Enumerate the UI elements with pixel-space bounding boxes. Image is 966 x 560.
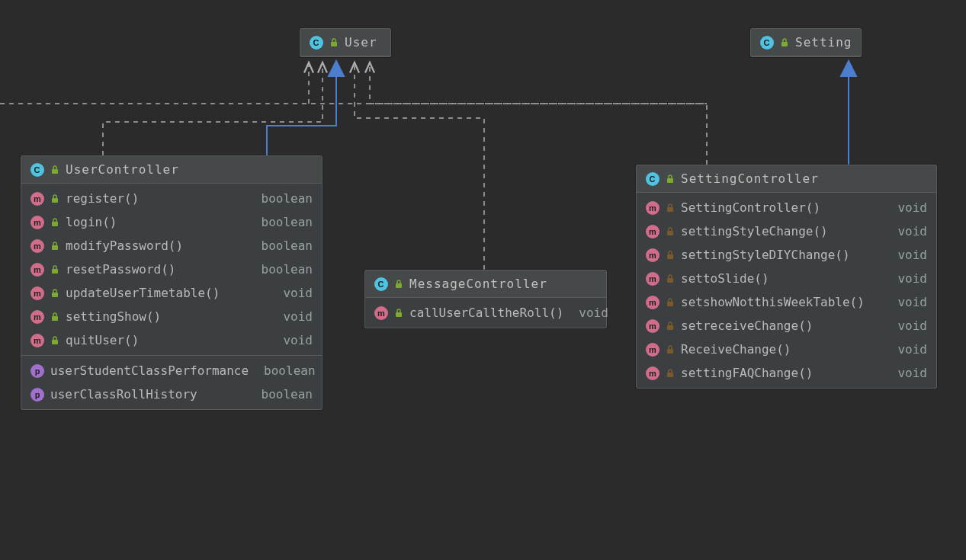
member-name: settingStyleChange() xyxy=(681,224,882,238)
uml-diagram-canvas[interactable]: C User C Setting C UserController m regi… xyxy=(0,0,966,560)
method-badge-icon: m xyxy=(30,239,44,253)
member-type: void xyxy=(897,200,927,215)
member-list-methods: m callUserCalltheRoll() void xyxy=(365,298,606,328)
member-list-properties: p userStudentClassPerformance boolean p … xyxy=(21,355,322,409)
lock-icon xyxy=(666,345,675,354)
class-name: User xyxy=(345,35,377,50)
svg-rect-20 xyxy=(667,349,673,354)
member-name: register() xyxy=(66,191,246,206)
method-badge-icon: m xyxy=(30,192,44,206)
class-node-setting[interactable]: C Setting xyxy=(750,28,862,57)
member-name: setshowNotthisWeekTable() xyxy=(681,295,882,309)
member-row[interactable]: m modifyPassword() boolean xyxy=(21,234,322,258)
class-header: C Setting xyxy=(751,29,861,56)
property-badge-icon: p xyxy=(30,388,44,402)
member-row[interactable]: m SettingController() void xyxy=(637,196,936,219)
member-row[interactable]: m login() boolean xyxy=(21,210,322,234)
lock-icon xyxy=(666,203,675,213)
member-row[interactable]: p userClassRollHistory boolean xyxy=(21,382,322,406)
member-row[interactable]: m settingStyleDIYChange() void xyxy=(637,243,936,267)
member-row[interactable]: m ReceiveChange() void xyxy=(637,338,936,361)
member-type: void xyxy=(897,318,927,333)
lock-icon xyxy=(666,174,675,184)
class-badge-icon: C xyxy=(760,36,774,50)
member-type: void xyxy=(897,366,927,380)
svg-rect-14 xyxy=(667,207,673,212)
svg-rect-12 xyxy=(396,312,402,317)
member-name: modifyPassword() xyxy=(66,238,246,253)
lock-icon xyxy=(666,298,675,307)
lock-icon xyxy=(666,227,675,236)
member-type: void xyxy=(897,342,927,357)
member-name: updateUserTimetable() xyxy=(66,286,268,300)
lock-icon xyxy=(666,369,675,378)
svg-rect-18 xyxy=(667,302,673,306)
member-name: ReceiveChange() xyxy=(681,342,882,357)
class-node-messagecontroller[interactable]: C MessageController m callUserCalltheRol… xyxy=(364,270,607,328)
class-badge-icon: C xyxy=(374,277,388,291)
class-header: C UserController xyxy=(21,156,322,184)
class-badge-icon: C xyxy=(310,36,323,50)
member-name: quitUser() xyxy=(66,333,268,347)
method-badge-icon: m xyxy=(646,296,660,309)
svg-rect-21 xyxy=(667,373,673,377)
class-node-usercontroller[interactable]: C UserController m register() boolean m … xyxy=(21,155,323,410)
member-type: boolean xyxy=(262,191,313,206)
member-type: void xyxy=(283,309,313,324)
lock-icon xyxy=(50,289,59,298)
member-name: settingShow() xyxy=(66,309,268,324)
method-badge-icon: m xyxy=(374,306,388,320)
member-row[interactable]: m settoSlide() void xyxy=(637,267,936,290)
class-node-user[interactable]: C User xyxy=(300,28,391,57)
member-row[interactable]: m register() boolean xyxy=(21,187,322,210)
member-name: SettingController() xyxy=(681,200,882,215)
svg-rect-19 xyxy=(667,325,673,330)
class-name: SettingController xyxy=(681,171,819,186)
member-row[interactable]: m settingStyleChange() void xyxy=(637,219,936,243)
member-row[interactable]: m settingShow() void xyxy=(21,305,322,328)
lock-icon xyxy=(666,322,675,331)
member-name: userClassRollHistory xyxy=(50,387,246,402)
member-type: void xyxy=(897,295,927,309)
class-header: C MessageController xyxy=(365,270,606,298)
member-type: void xyxy=(897,271,927,286)
svg-rect-7 xyxy=(52,269,58,274)
member-type: void xyxy=(579,306,608,320)
member-type: void xyxy=(283,286,313,300)
method-badge-icon: m xyxy=(646,201,660,215)
method-badge-icon: m xyxy=(646,272,660,286)
svg-rect-6 xyxy=(52,245,58,250)
member-row[interactable]: m callUserCalltheRoll() void xyxy=(365,301,606,325)
class-name: Setting xyxy=(795,35,852,50)
member-name: setreceiveChange() xyxy=(681,318,882,333)
member-row[interactable]: p userStudentClassPerformance boolean xyxy=(21,359,322,382)
class-badge-icon: C xyxy=(646,172,660,186)
member-row[interactable]: m resetPassword() boolean xyxy=(21,258,322,281)
lock-icon xyxy=(394,309,403,318)
lock-icon xyxy=(50,336,59,345)
svg-rect-11 xyxy=(396,283,402,288)
member-name: login() xyxy=(66,215,246,229)
member-type: boolean xyxy=(262,262,313,277)
svg-rect-4 xyxy=(52,198,58,203)
member-row[interactable]: m settingFAQChange() void xyxy=(637,361,936,385)
lock-icon xyxy=(50,265,59,274)
lock-icon xyxy=(50,218,59,227)
member-row[interactable]: m setshowNotthisWeekTable() void xyxy=(637,290,936,314)
method-badge-icon: m xyxy=(646,343,660,357)
class-name: UserController xyxy=(66,162,179,177)
member-name: settingFAQChange() xyxy=(681,366,882,380)
member-name: callUserCalltheRoll() xyxy=(409,306,563,320)
lock-icon xyxy=(329,38,339,47)
svg-rect-3 xyxy=(52,169,58,174)
svg-rect-8 xyxy=(52,293,58,297)
class-node-settingcontroller[interactable]: C SettingController m SettingController(… xyxy=(636,165,937,389)
member-row[interactable]: m quitUser() void xyxy=(21,328,322,352)
member-row[interactable]: m setreceiveChange() void xyxy=(637,314,936,338)
member-row[interactable]: m updateUserTimetable() void xyxy=(21,281,322,305)
method-badge-icon: m xyxy=(646,248,660,262)
member-name: resetPassword() xyxy=(66,262,246,277)
member-list-methods: m SettingController() void m settingStyl… xyxy=(637,193,936,388)
lock-icon xyxy=(50,194,59,203)
svg-rect-15 xyxy=(667,231,673,235)
